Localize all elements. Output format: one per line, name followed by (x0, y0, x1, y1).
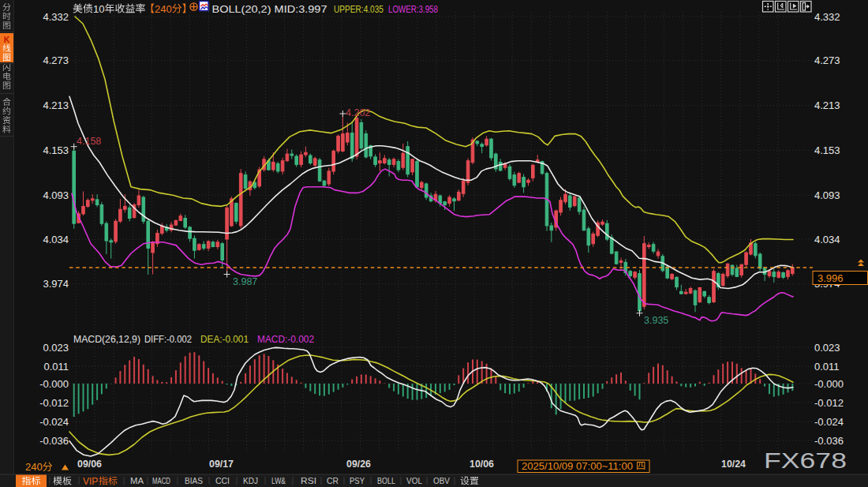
svg-text:3.974: 3.974 (43, 278, 69, 290)
svg-text:240: 240 (155, 3, 172, 15)
svg-text:0.011: 0.011 (43, 361, 69, 373)
svg-text:-0.036: -0.036 (39, 435, 69, 447)
svg-text:4.202: 4.202 (346, 107, 370, 118)
svg-text:4.213: 4.213 (814, 99, 840, 111)
svg-text:-0.012: -0.012 (814, 397, 844, 409)
svg-text:4.273: 4.273 (814, 54, 840, 66)
svg-text:3.996: 3.996 (817, 272, 844, 284)
svg-text:4.213: 4.213 (43, 99, 69, 111)
svg-text:-0.012: -0.012 (39, 397, 69, 409)
svg-text:4.034: 4.034 (43, 234, 69, 245)
svg-text:MACD:-0.002: MACD:-0.002 (257, 334, 314, 345)
svg-text:FX678: FX678 (764, 449, 847, 473)
svg-text:KDJ: KDJ (243, 476, 258, 485)
svg-text:-0.024: -0.024 (814, 416, 844, 428)
svg-text:09/26: 09/26 (346, 459, 371, 470)
svg-text:BOLL(20,2) MID:3.997: BOLL(20,2) MID:3.997 (212, 3, 327, 15)
svg-text:0.023: 0.023 (43, 342, 69, 354)
svg-text:-0.036: -0.036 (814, 435, 844, 447)
svg-text:3.987: 3.987 (233, 276, 257, 287)
svg-text:4.153: 4.153 (814, 144, 840, 156)
svg-text:4.153: 4.153 (43, 144, 69, 156)
svg-text:10/24: 10/24 (721, 459, 746, 470)
svg-text:K: K (4, 35, 10, 44)
svg-text:PSY: PSY (350, 476, 365, 485)
svg-text:UPPER:4.035: UPPER:4.035 (334, 3, 383, 15)
svg-text:4.273: 4.273 (43, 54, 69, 66)
svg-text:-0.000: -0.000 (39, 378, 69, 390)
svg-text:4.332: 4.332 (814, 11, 840, 23)
svg-text:MACD(26,12,9): MACD(26,12,9) (73, 334, 140, 345)
svg-text:09/17: 09/17 (209, 459, 234, 470)
svg-text:-0.000: -0.000 (814, 378, 844, 390)
svg-text:RSI: RSI (301, 476, 316, 485)
svg-text:240: 240 (25, 461, 43, 473)
svg-text:2025/10/09 07:00~11:00: 2025/10/09 07:00~11:00 (522, 461, 633, 472)
svg-text:4.093: 4.093 (43, 189, 69, 201)
svg-text:VOL: VOL (406, 476, 423, 485)
svg-text:4.332: 4.332 (43, 11, 69, 23)
svg-text:OBV: OBV (433, 476, 450, 485)
svg-text:BIAS: BIAS (185, 476, 203, 485)
svg-text:3.935: 3.935 (644, 315, 668, 326)
svg-text:CCI: CCI (215, 476, 230, 485)
svg-text:CR: CR (327, 476, 339, 485)
svg-text:4.034: 4.034 (814, 234, 840, 245)
svg-text:0.011: 0.011 (814, 361, 840, 373)
svg-text:4.158: 4.158 (77, 136, 101, 147)
svg-text:VIP: VIP (83, 476, 98, 487)
svg-text:-0.024: -0.024 (39, 416, 69, 428)
svg-text:MACD: MACD (152, 476, 170, 485)
svg-text:DIFF:-0.002: DIFF:-0.002 (144, 334, 192, 345)
svg-text:4.093: 4.093 (814, 189, 840, 201)
svg-text:LW&: LW& (271, 476, 286, 485)
svg-text:MA: MA (130, 476, 144, 485)
svg-text:LOWER:3.958: LOWER:3.958 (388, 3, 438, 15)
svg-text:0.023: 0.023 (814, 342, 840, 354)
svg-text:DEA:-0.001: DEA:-0.001 (200, 334, 249, 345)
svg-text:10: 10 (93, 3, 104, 15)
svg-text:BOLL: BOLL (377, 476, 395, 485)
svg-text:09/06: 09/06 (77, 459, 102, 470)
svg-text:10/06: 10/06 (470, 459, 494, 470)
